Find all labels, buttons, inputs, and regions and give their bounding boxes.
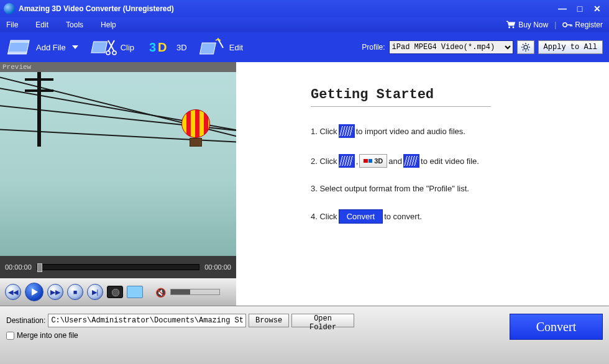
- 3d-icon: 3D: [359, 154, 387, 168]
- browse-button[interactable]: Browse: [249, 314, 289, 327]
- video-preview[interactable]: [0, 72, 236, 256]
- snapshot-button[interactable]: [107, 286, 123, 298]
- svg-text:3: 3: [149, 40, 156, 54]
- help-step4b: to convert.: [384, 212, 422, 221]
- menu-edit[interactable]: Edit: [35, 20, 48, 29]
- preview-pane: Preview 00:00:00 00:00:00 ◀◀ ▶▶ ■ ▶|: [0, 62, 236, 306]
- getting-started-panel: Getting Started 1. Click to import video…: [236, 62, 609, 306]
- menu-tools[interactable]: Tools: [66, 20, 83, 29]
- edit-button[interactable]: Edit: [199, 38, 243, 57]
- step-button[interactable]: ▶|: [87, 284, 103, 300]
- close-button[interactable]: ✕: [589, 3, 605, 14]
- merge-label: Merge into one file: [17, 331, 78, 340]
- window-title: Amazing 3D Video Converter (Unregistered…: [19, 4, 174, 13]
- menu-help[interactable]: Help: [101, 20, 116, 29]
- help-heading: Getting Started: [311, 87, 491, 107]
- next-button[interactable]: ▶▶: [47, 284, 63, 300]
- svg-rect-11: [199, 43, 216, 54]
- toolbar: Add File Clip 3D 3D Edit Profile: iPad M…: [0, 32, 609, 62]
- settings-button[interactable]: [517, 40, 534, 54]
- 3d-button[interactable]: 3D 3D: [147, 38, 187, 57]
- prev-button[interactable]: ◀◀: [5, 284, 21, 300]
- app-icon: [4, 3, 15, 14]
- destination-label: Destination:: [6, 316, 45, 325]
- help-step1b: to import video and audio files.: [356, 127, 465, 136]
- help-step1a: 1. Click: [311, 127, 337, 136]
- film-icon: [339, 124, 355, 138]
- key-icon: [562, 20, 572, 30]
- convert-sample-button: Convert: [339, 209, 383, 224]
- caret-down-icon: [72, 45, 78, 49]
- stop-button[interactable]: ■: [67, 284, 83, 300]
- svg-point-1: [513, 27, 515, 29]
- wand-film-icon: [199, 38, 226, 57]
- svg-rect-4: [10, 40, 29, 43]
- convert-button[interactable]: Convert: [510, 314, 603, 340]
- destination-input[interactable]: [48, 314, 246, 327]
- time-bar: 00:00:00 00:00:00: [0, 256, 236, 278]
- svg-rect-5: [7, 52, 27, 54]
- merge-checkbox-row[interactable]: Merge into one file: [6, 331, 354, 340]
- film-icon: [339, 154, 355, 168]
- time-total: 00:00:00: [204, 263, 231, 271]
- preview-label: Preview: [0, 62, 236, 72]
- add-file-button[interactable]: Add File: [6, 38, 78, 57]
- profile-select[interactable]: iPad MPEG4 Video(*.mp4): [389, 40, 513, 54]
- volume-slider[interactable]: [170, 289, 220, 295]
- playback-controls: ◀◀ ▶▶ ■ ▶|: [0, 278, 236, 306]
- register-link[interactable]: Register: [575, 20, 603, 29]
- svg-point-2: [563, 23, 567, 27]
- profile-label: Profile:: [362, 43, 385, 52]
- merge-checkbox[interactable]: [6, 332, 14, 340]
- help-step3: 3. Select output format from the "Profil…: [311, 184, 469, 193]
- time-current: 00:00:00: [5, 263, 32, 271]
- bottom-bar: Destination: Browse Open Folder Merge in…: [0, 306, 609, 364]
- 3d-icon: 3D: [147, 38, 173, 57]
- film-icon: [403, 154, 419, 168]
- maximize-button[interactable]: □: [572, 3, 588, 14]
- buy-now-link[interactable]: Buy Now: [518, 20, 548, 29]
- help-step2c: and: [388, 157, 402, 166]
- help-step4a: 4. Click: [311, 212, 337, 221]
- cart-icon: [506, 20, 516, 30]
- svg-point-0: [508, 27, 510, 29]
- separator: |: [551, 20, 560, 29]
- film-icon: [6, 38, 32, 57]
- svg-text:D: D: [158, 40, 167, 54]
- svg-rect-6: [91, 42, 108, 53]
- minimize-button[interactable]: —: [554, 3, 570, 14]
- gear-icon: [521, 43, 530, 52]
- help-step2d: to edit video file.: [421, 157, 479, 166]
- menu-bar: File Edit Tools Help Buy Now | Register: [0, 17, 609, 32]
- snapshot-folder-button[interactable]: [127, 286, 143, 298]
- open-folder-button[interactable]: Open Folder: [291, 314, 354, 327]
- seek-slider[interactable]: [37, 264, 199, 270]
- mute-icon[interactable]: [155, 287, 168, 297]
- help-step2a: 2. Click: [311, 157, 337, 166]
- menu-file[interactable]: File: [6, 20, 18, 29]
- clip-button[interactable]: Clip: [91, 38, 134, 57]
- play-button[interactable]: [25, 283, 44, 301]
- svg-point-12: [524, 45, 528, 49]
- help-step2b: ,: [356, 157, 359, 166]
- title-bar: Amazing 3D Video Converter (Unregistered…: [0, 0, 609, 17]
- apply-to-all-button[interactable]: Apply to All: [538, 40, 603, 54]
- scissors-film-icon: [91, 38, 117, 57]
